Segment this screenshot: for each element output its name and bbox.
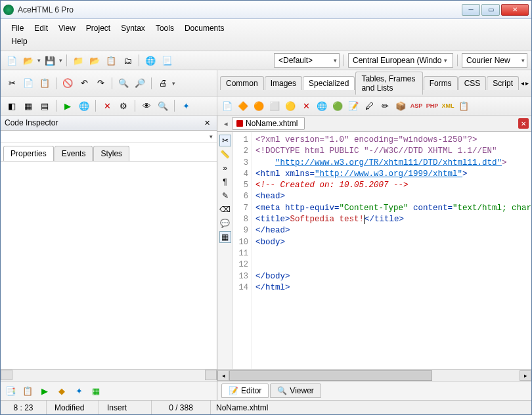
sp4-icon[interactable]: ⬜: [267, 98, 282, 113]
vtool-para-icon[interactable]: ¶: [219, 176, 231, 188]
project-icon[interactable]: 🗂: [120, 53, 135, 68]
save-dropdown-icon[interactable]: ▾: [59, 57, 62, 64]
scroll-thumb[interactable]: [229, 370, 432, 381]
tab-properties[interactable]: Properties: [3, 146, 54, 161]
xml-icon[interactable]: XML: [441, 98, 455, 113]
tool1-icon[interactable]: ⚙: [116, 98, 131, 113]
cancel-icon[interactable]: 🚫: [60, 76, 75, 91]
sp10-icon[interactable]: 🖊: [362, 98, 376, 113]
filetab-prev-icon[interactable]: ◂: [220, 118, 232, 129]
globe-icon[interactable]: 🌐: [143, 53, 158, 68]
tab-scroll-left-icon[interactable]: ◂: [521, 79, 524, 87]
maximize-button[interactable]: ▭: [481, 4, 500, 16]
tab-events[interactable]: Events: [55, 146, 93, 161]
tab-images[interactable]: Images: [265, 76, 302, 90]
doc-icon[interactable]: 📃: [160, 53, 174, 68]
foot2-icon[interactable]: 📋: [20, 383, 35, 398]
sp-last-icon[interactable]: 📋: [456, 98, 471, 113]
sp11-icon[interactable]: ✏: [378, 98, 392, 113]
vtool-cursor-icon[interactable]: ✂: [219, 135, 231, 146]
sp5-icon[interactable]: 🟡: [283, 98, 298, 113]
inspector-close-icon[interactable]: ✕: [202, 119, 213, 127]
php-icon[interactable]: PHP: [425, 98, 439, 113]
foot3-icon[interactable]: ▶: [37, 383, 52, 398]
tab-forms[interactable]: Forms: [424, 76, 458, 90]
wizard-icon[interactable]: ✦: [179, 98, 193, 113]
print-dropdown-icon[interactable]: ▾: [172, 80, 175, 87]
tab-common[interactable]: Common: [220, 76, 264, 90]
inspector-dropdown-icon[interactable]: ▾: [208, 132, 214, 141]
open-dropdown-icon[interactable]: ▾: [37, 57, 41, 64]
hscroll-left-icon[interactable]: [1, 370, 12, 380]
profile-dropdown[interactable]: <Default>▾: [274, 53, 340, 68]
view2-icon[interactable]: ▦: [21, 98, 35, 113]
paste-icon[interactable]: 📋: [37, 76, 52, 91]
sp7-icon[interactable]: 🌐: [315, 98, 329, 113]
close-button[interactable]: ✕: [501, 4, 529, 16]
undo-icon[interactable]: ↶: [77, 76, 91, 91]
find-icon[interactable]: 🔍: [116, 76, 131, 91]
font-dropdown[interactable]: Courier New▾: [462, 53, 527, 68]
view3-icon[interactable]: ▤: [37, 98, 52, 113]
cut-icon[interactable]: ✂: [5, 76, 19, 91]
vtool-erase-icon[interactable]: ⌫: [219, 204, 231, 215]
tab-viewer[interactable]: 🔍Viewer: [270, 383, 321, 398]
sp3-icon[interactable]: 🟠: [252, 98, 266, 113]
menu-tools[interactable]: Tools: [150, 22, 179, 35]
tab-editor[interactable]: 📝Editor: [221, 383, 269, 398]
view1-icon[interactable]: ◧: [5, 98, 19, 113]
menu-help[interactable]: Help: [6, 35, 33, 48]
sp6-icon[interactable]: ✕: [299, 98, 313, 113]
scroll-left-icon[interactable]: ◂: [217, 370, 229, 381]
vtool-pencil-icon[interactable]: ✎: [219, 190, 231, 202]
sp12-icon[interactable]: 📦: [393, 98, 408, 113]
encoding-dropdown[interactable]: Central European (Windo▾: [348, 53, 453, 68]
redo-icon[interactable]: ↷: [93, 76, 108, 91]
print-icon[interactable]: 🖨: [156, 76, 170, 91]
browser-icon[interactable]: 🌐: [77, 98, 91, 113]
vtool-ruler-icon[interactable]: 📏: [219, 148, 231, 160]
open3-icon[interactable]: 📂: [87, 53, 102, 68]
file-tab-close-icon[interactable]: ✕: [518, 118, 529, 129]
new-file-icon[interactable]: 📄: [5, 53, 19, 68]
view-icon[interactable]: 👁: [139, 98, 154, 113]
tab-tables[interactable]: Tables, Frames and Lists: [355, 72, 422, 95]
foot4-icon[interactable]: ◆: [55, 383, 69, 398]
tab-specialized[interactable]: Specialized: [303, 76, 355, 90]
hscroll-right-icon[interactable]: [205, 370, 217, 380]
sp8-icon[interactable]: 🟢: [330, 98, 345, 113]
sp2-icon[interactable]: 🔶: [236, 98, 250, 113]
zoom-icon[interactable]: 🔍: [156, 98, 170, 113]
menu-edit[interactable]: Edit: [29, 22, 53, 35]
foot6-icon[interactable]: ▦: [89, 383, 103, 398]
vtool-chat-icon[interactable]: 💬: [219, 217, 231, 229]
foot5-icon[interactable]: ✦: [72, 383, 86, 398]
menu-view[interactable]: View: [53, 22, 81, 35]
tab-styles[interactable]: Styles: [93, 146, 129, 161]
sp9-icon[interactable]: 📝: [346, 98, 361, 113]
mark-icon[interactable]: ✕: [100, 98, 114, 113]
tab-scroll-right-icon[interactable]: ▸: [525, 79, 529, 87]
find2-icon[interactable]: 🔎: [133, 76, 147, 91]
menu-documents[interactable]: Documents: [179, 22, 230, 35]
code-editor[interactable]: <?xml version="1.0" encoding="windows-12…: [252, 132, 531, 369]
foot1-icon[interactable]: 📑: [3, 383, 18, 398]
file-tab-active[interactable]: NoName.xhtml: [232, 117, 305, 130]
asp-icon[interactable]: ASP: [409, 98, 424, 113]
tab-script[interactable]: Script: [487, 76, 519, 90]
menu-project[interactable]: Project: [81, 22, 116, 35]
open-folder-icon[interactable]: 📂: [21, 53, 35, 68]
open2-icon[interactable]: 📁: [71, 53, 85, 68]
menu-syntax[interactable]: Syntax: [116, 22, 150, 35]
sp1-icon[interactable]: 📄: [220, 98, 234, 113]
menu-file[interactable]: File: [6, 22, 29, 35]
editor-hscroll[interactable]: ◂ ▸: [217, 369, 531, 381]
play-icon[interactable]: ▶: [60, 98, 75, 113]
save-icon[interactable]: 💾: [43, 53, 57, 68]
minimize-button[interactable]: ─: [462, 4, 480, 16]
copy2-icon[interactable]: 📄: [21, 76, 35, 91]
vtool-grid-icon[interactable]: ▦: [219, 231, 231, 243]
copy-icon[interactable]: 📋: [104, 53, 118, 68]
scroll-right-icon[interactable]: ▸: [520, 370, 531, 381]
tab-css[interactable]: CSS: [458, 76, 487, 90]
